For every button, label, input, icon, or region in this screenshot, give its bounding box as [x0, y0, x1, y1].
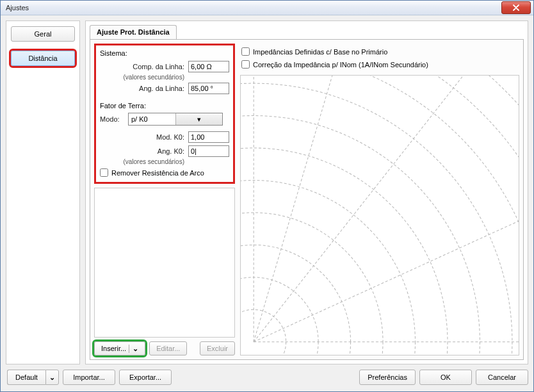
sistema-title: Sistema: [100, 49, 229, 57]
footer: Default ⌄ Importar... Exportar... Prefer… [6, 368, 528, 386]
modk0-input[interactable] [188, 131, 229, 143]
excluir-button[interactable]: Excluir [200, 341, 235, 355]
remover-arco-checkbox[interactable] [100, 168, 108, 177]
close-button[interactable] [501, 1, 531, 14]
svg-point-5 [241, 148, 448, 355]
terra-title: Fator de Terra: [100, 102, 229, 110]
right-checks: Impedâncias Definidas c/ Base no Primári… [240, 44, 519, 71]
svg-point-0 [241, 309, 286, 355]
window-title: Ajustes [6, 4, 501, 12]
tab-body: Sistema: Comp. da Linha: (valores secund… [90, 39, 524, 360]
angk0-input[interactable] [188, 145, 229, 157]
ok-button[interactable]: OK [419, 370, 472, 385]
titlebar: Ajustes [1, 1, 533, 15]
comp-linha-label: Comp. da Linha: [100, 63, 184, 70]
svg-point-9 [241, 76, 519, 355]
svg-point-3 [241, 213, 383, 355]
sidebar-item-geral[interactable]: Geral [11, 26, 75, 42]
importar-button[interactable]: Importar... [63, 370, 115, 385]
cancelar-button[interactable]: Cancelar [476, 370, 528, 385]
editar-button[interactable]: Editar... [149, 341, 187, 355]
zone-list[interactable] [94, 188, 235, 338]
inserir-button[interactable]: Inserir... ⌄ [94, 341, 145, 355]
angk0-label: Ang. K0: [100, 147, 184, 155]
remover-arco-label: Remover Resistência de Arco [111, 169, 204, 177]
tab-strip: Ajuste Prot. Distância [90, 25, 524, 39]
modo-value: p/ K0 [129, 115, 175, 123]
ang-linha-label: Ang. da Linha: [100, 85, 184, 92]
imp-primario-label: Impedâncias Definidas c/ Base no Primári… [253, 48, 387, 56]
sistema-hint: (valores secundários) [100, 74, 229, 81]
svg-point-8 [241, 76, 519, 355]
svg-line-14 [254, 76, 370, 342]
correcao-inom-label: Correção da Impedância p/ INom (1A/INom … [253, 61, 428, 69]
terra-hint: (valores secundários) [100, 158, 229, 166]
imp-primario-checkbox[interactable] [241, 47, 250, 56]
zone-buttons: Inserir... ⌄ Editar... Excluir [94, 341, 235, 355]
parameters-box: Sistema: Comp. da Linha: (valores secund… [94, 44, 235, 184]
default-split-button[interactable]: Default ⌄ [7, 370, 59, 385]
svg-point-1 [241, 277, 318, 355]
client-area: Geral Distância Ajuste Prot. Distância S… [1, 15, 533, 391]
ang-linha-input[interactable] [188, 83, 229, 94]
svg-line-12 [254, 142, 519, 342]
comp-linha-input[interactable] [188, 61, 229, 72]
exportar-button[interactable]: Exportar... [119, 370, 172, 385]
svg-point-7 [241, 83, 512, 355]
ajustes-window: Ajustes Geral Distância Ajuste Prot. Dis… [0, 0, 534, 392]
svg-point-2 [241, 245, 351, 355]
inserir-label: Inserir... [101, 345, 126, 352]
right-column: Impedâncias Definidas c/ Base no Primári… [240, 44, 519, 355]
left-column: Sistema: Comp. da Linha: (valores secund… [94, 44, 235, 355]
chevron-down-icon: ▾ [175, 113, 223, 125]
svg-point-10 [241, 76, 519, 355]
impedance-graph [240, 75, 519, 355]
svg-point-4 [241, 180, 416, 355]
close-icon [513, 4, 519, 11]
default-button[interactable]: Default [7, 370, 45, 385]
modk0-label: Mod. K0: [100, 133, 184, 141]
modo-combo[interactable]: p/ K0 ▾ [128, 113, 223, 126]
main-panel: Ajuste Prot. Distância Sistema: Comp. da… [85, 20, 528, 364]
correcao-inom-checkbox[interactable] [241, 60, 250, 69]
svg-line-13 [254, 76, 519, 342]
upper-area: Geral Distância Ajuste Prot. Distância S… [6, 20, 528, 364]
modo-label: Modo: [100, 115, 124, 123]
preferencias-button[interactable]: Preferências [359, 370, 416, 385]
sidebar-item-distancia[interactable]: Distância [11, 51, 75, 66]
tab-ajuste-distancia[interactable]: Ajuste Prot. Distância [90, 25, 177, 39]
default-dropdown[interactable]: ⌄ [45, 370, 59, 385]
side-panel: Geral Distância [6, 20, 80, 364]
chevron-down-icon: ⌄ [129, 345, 138, 353]
